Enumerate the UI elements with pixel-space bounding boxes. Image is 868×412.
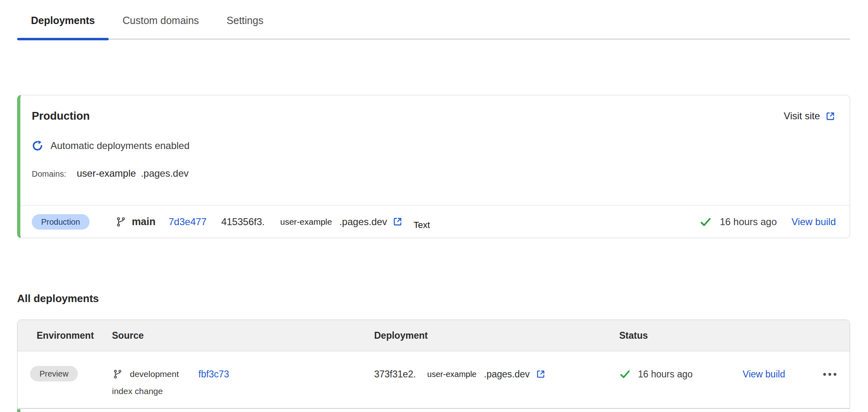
branch-name: main <box>132 216 156 228</box>
deployment-url-suffix: .pages.dev <box>484 366 530 382</box>
git-branch-icon <box>116 217 126 227</box>
column-header-source: Source <box>112 330 374 341</box>
commit-link[interactable]: 7d3e477 <box>169 216 206 228</box>
deployment-time: 16 hours ago <box>638 366 693 382</box>
column-header-environment: Environment <box>18 330 112 341</box>
domain-name: user-example <box>77 168 136 179</box>
check-icon <box>619 368 631 380</box>
domain-suffix: .pages.dev <box>141 168 189 179</box>
tab-deployments[interactable]: Deployments <box>17 2 109 39</box>
next-row-green-border <box>17 409 20 412</box>
check-icon <box>699 216 712 228</box>
refresh-icon <box>32 140 43 151</box>
domains-row: Domains: user-example .pages.dev <box>32 168 836 179</box>
view-build-link[interactable]: View build <box>791 216 836 228</box>
production-title: Production <box>32 109 90 123</box>
deployments-page: Deployments Custom domains Settings Prod… <box>0 0 868 412</box>
branch-name: development <box>130 366 179 382</box>
production-card-header: Production Visit site <box>20 95 850 123</box>
column-header-status: Status <box>619 330 741 341</box>
production-card: Production Visit site Automa <box>17 95 850 238</box>
git-branch-icon <box>113 369 123 379</box>
deployment-url-suffix: .pages.dev <box>339 216 387 228</box>
column-header-deployment: Deployment <box>374 330 619 341</box>
domains-label: Domains: <box>32 169 66 179</box>
environment-badge: Preview <box>30 366 78 381</box>
external-link-icon[interactable] <box>535 369 546 379</box>
tab-bar: Deployments Custom domains Settings <box>17 0 850 39</box>
table-header: Environment Source Deployment Status <box>18 320 850 351</box>
environment-badge: Production <box>32 214 90 230</box>
deployment-url-prefix: 415356f3. <box>221 216 265 228</box>
tab-settings[interactable]: Settings <box>213 2 277 39</box>
table-row: Preview development fbf3c73 <box>18 351 850 408</box>
deployment-url-name: user-example <box>427 366 476 382</box>
tab-custom-domains[interactable]: Custom domains <box>109 2 213 39</box>
auto-deployments-text: Automatic deployments enabled <box>50 140 190 151</box>
view-build-link[interactable]: View build <box>743 369 785 379</box>
external-link-icon[interactable] <box>392 216 403 227</box>
visit-site-label: Visit site <box>784 110 820 122</box>
all-deployments-title: All deployments <box>17 292 99 305</box>
external-link-icon <box>825 111 836 122</box>
deployment-note: Text <box>414 220 430 230</box>
commit-message: index change <box>112 385 374 398</box>
deployment-url-prefix: 373f31e2. <box>374 366 416 382</box>
deployments-table: Environment Source Deployment Status Pre… <box>17 320 850 409</box>
auto-deployments-row: Automatic deployments enabled <box>32 140 836 151</box>
production-deployment-row: Production main 7d3e477 415356f3. user-e… <box>20 205 850 238</box>
visit-site-link[interactable]: Visit site <box>784 110 836 122</box>
more-options-button[interactable]: ••• <box>823 366 850 382</box>
commit-link[interactable]: fbf3c73 <box>198 366 229 382</box>
deployment-time: 16 hours ago <box>720 216 777 228</box>
deployment-url-name: user-example <box>280 217 332 227</box>
